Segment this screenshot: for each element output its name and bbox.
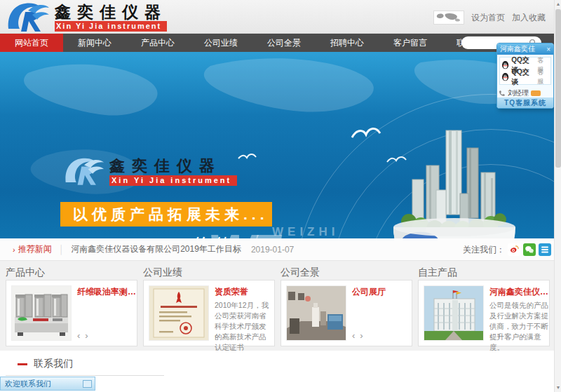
brand-name-en: Xin Yi Jia instrument [55,21,167,32]
ticker-separator: │ [59,245,65,255]
globe-city-illustration [384,123,525,238]
news-ticker: › 推荐新闻 │ 河南鑫奕佳仪器设备有限公司2019年工作目标 2019-01-… [0,238,561,261]
prev-arrow[interactable]: ‹ [77,330,80,341]
top-utility-bar: 鑫奕佳仪器 Xin Yi Jia instrument 设为首页 加入收藏 [0,0,561,34]
nav-item-news[interactable]: 新闻中心 [63,34,126,52]
divider [6,375,164,376]
add-favorite-link[interactable]: 加入收藏 [512,12,546,24]
column-header: 产品中心 [6,266,137,280]
nav-item-home[interactable]: 网站首页 [0,34,63,52]
achievement-card: 资质荣誉 2010年12月，我公司荣获河南省科学技术厅颁发的高新技术产品认定证书… [143,280,275,346]
column-header: 自主产品 [418,266,550,280]
qq-penguin-icon [501,72,509,81]
phone-icon [499,90,506,97]
nav-item-products[interactable]: 产品中心 [126,34,189,52]
card-link[interactable]: 纤维吸油率测定仪 [77,287,137,297]
feature-columns: 产品中心 [0,261,561,351]
qq-service-label: 客服 [537,68,549,86]
qq-chat-row[interactable]: QQ交谈 客服 [501,71,549,83]
qq-manager-row[interactable]: 刘经理 [497,87,553,97]
prev-arrow[interactable]: ‹ [215,330,217,341]
next-arrow[interactable]: › [497,330,500,341]
seagull-icon [351,125,381,144]
qq-penguin-icon [501,60,509,69]
building-photo[interactable] [424,285,484,341]
card-text: 2010年12月，我公司荣获河南省科学技术厅颁发的高新技术产品认定证书 [215,300,269,353]
qq-manager-name: 刘经理 [508,88,529,98]
nav-item-recruit[interactable]: 招聘中心 [316,34,379,52]
wechat-icon[interactable] [523,243,536,256]
logo-r-icon [4,1,52,33]
welcome-contact-bar[interactable]: 欢迎联系我们 [0,377,95,391]
next-arrow[interactable]: › [222,330,225,341]
product-card: 纤维吸油率测定仪 ‹ › [6,280,137,346]
nav-item-feedback[interactable]: 客户留言 [379,34,442,52]
qq-footer[interactable]: TQ客服系统 [497,97,553,108]
banner-brand-cn: 鑫奕佳仪器 [109,157,237,175]
scrollbar-thumb[interactable] [555,9,561,168]
main-nav: 网站首页 新闻中心 产品中心 公司业绩 公司全景 招聘中心 客户留言 联系我们 [0,34,561,52]
expand-icon[interactable] [83,380,92,388]
page: 鑫奕佳仪器 Xin Yi Jia instrument 设为首页 加入收藏 网站… [0,0,561,392]
follow-us-label: 关注我们： [463,244,505,256]
online-badge [531,90,541,96]
card-link[interactable]: 资质荣誉 [215,287,269,297]
ticker-tag: 推荐新闻 [18,243,52,255]
nav-item-panorama[interactable]: 公司全景 [252,34,316,52]
next-arrow[interactable]: › [85,330,88,341]
section-dash-icon [18,363,27,365]
column-header: 公司全景 [280,266,412,280]
column-achievements: 公司业绩 [143,266,275,351]
scroll-up-icon[interactable]: ▲ [555,0,561,8]
column-products: 产品中心 [6,266,137,351]
certificate-photo[interactable] [149,285,209,341]
prev-arrow[interactable]: ‹ [352,330,355,341]
contact-title: 联系我们 [34,358,73,370]
qq-panel-title: 河南鑫奕佳 [500,44,535,54]
banner-slogan: 以优质产品拓展未来... [60,202,272,227]
welcome-contact-text: 欢迎联系我们 [1,379,83,389]
seagull-icon [237,151,257,163]
qq-service-panel: 河南鑫奕佳 × QQ交谈 客服 [496,43,554,109]
ticker-date: 2019-01-07 [251,245,294,255]
site-logo[interactable]: 鑫奕佳仪器 Xin Yi Jia instrument [4,1,167,33]
brand-name-cn: 鑫奕佳仪器 [55,3,167,21]
close-icon[interactable]: × [546,46,550,53]
column-header: 公司业绩 [143,266,275,280]
nav-item-achievements[interactable]: 公司业绩 [189,34,252,52]
card-link[interactable]: 公司展厅 [352,287,407,297]
column-own-products: 自主产品 [418,266,550,351]
next-arrow[interactable]: › [360,330,363,341]
watermark-line1: WEIZHI [272,225,339,238]
weibo-icon[interactable] [508,243,520,256]
set-home-link[interactable]: 设为首页 [471,12,505,24]
watermark-letters: WZ [208,224,275,238]
panorama-card: 公司展厅 ‹ › [280,280,412,346]
card-text: 公司是领先的产品及行业解决方案提供商，致力于不断提升客户的满意度。 [489,300,550,353]
qq-chat-label[interactable]: QQ交谈 [511,67,534,87]
column-panorama: 公司全景 [280,266,412,351]
share-list-icon[interactable] [539,243,551,256]
banner-logo: 鑫奕佳仪器 Xin Yi Jia instrument [62,153,237,189]
product-photo[interactable] [11,285,72,341]
company-card: 河南鑫奕佳仪器设备... 公司是领先的产品及行业解决方案提供商，致力于不断提升客… [418,280,550,346]
scroll-down-icon[interactable]: ▼ [555,384,561,392]
world-map-icon [433,11,464,25]
showroom-photo[interactable] [286,285,346,341]
hero-banner: 鑫奕佳仪器 Xin Yi Jia instrument 以优质产品拓展未来...… [0,52,561,238]
banner-brand-en: Xin Yi Jia instrument [109,175,237,186]
ticker-news-link[interactable]: 河南鑫奕佳仪器设备有限公司2019年工作目标 [71,243,241,255]
scrollbar[interactable]: ▲ ▼ [554,0,561,392]
ticker-arrow-icon: › [13,245,15,254]
card-link[interactable]: 河南鑫奕佳仪器设备... [489,287,550,297]
banner-logo-r-icon [62,153,107,189]
prev-arrow[interactable]: ‹ [489,330,492,341]
